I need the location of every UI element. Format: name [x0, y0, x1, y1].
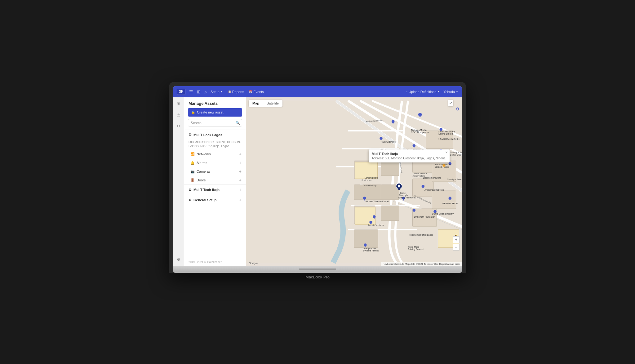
- sidebar-item-doors[interactable]: 🚪 Doors +: [184, 176, 246, 184]
- svg-text:Crave: Crave: [400, 192, 406, 194]
- svg-text:NEXT Newspapers: NEXT Newspapers: [411, 131, 429, 134]
- search-input-icon: 🔍: [236, 121, 240, 125]
- svg-text:Amoula Ventures: Amoula Ventures: [368, 224, 384, 226]
- topbar: GK ☰ ⊞ ⌕ Setup ▼ 📋 Reports 📅 Events: [173, 86, 462, 97]
- fullscreen-button[interactable]: ⤢: [448, 100, 453, 106]
- svg-rect-25: [432, 191, 456, 209]
- svg-rect-14: [354, 184, 381, 199]
- svg-text:Lorache Consulting: Lorache Consulting: [423, 177, 441, 179]
- camera-icon: 📷: [190, 170, 195, 174]
- expand-icon-3[interactable]: +: [239, 198, 242, 202]
- svg-text:Lantern Books: Lantern Books: [365, 177, 378, 179]
- laptop-label: MacBook Pro: [305, 275, 330, 282]
- svg-text:Anxin Industrial Tech: Anxin Industrial Tech: [424, 189, 444, 191]
- search-icon[interactable]: ⌕: [204, 89, 207, 94]
- svg-text:Porsche Workshop Lagos: Porsche Workshop Lagos: [409, 234, 433, 236]
- alarm-icon: 🔔: [190, 161, 195, 165]
- svg-text:(CHIMS Limited): (CHIMS Limited): [438, 133, 454, 135]
- map-tabs: Map Satellite: [249, 100, 282, 107]
- map-zoom-controls: + −: [453, 236, 460, 251]
- gear-icon-2: ⚙: [189, 188, 192, 192]
- svg-text:Beloxxi Industries: Beloxxi Industries: [435, 163, 452, 165]
- map-popup: ✕ Mul T Tech Ikeja Address: 58B Morison …: [369, 149, 450, 162]
- events-nav[interactable]: 📅 Events: [249, 90, 264, 94]
- svg-rect-19: [381, 206, 399, 220]
- add-network-icon[interactable]: +: [239, 152, 242, 157]
- sidebar-item-alarms[interactable]: 🔔 Alarms +: [184, 158, 246, 167]
- door-icon: 🚪: [190, 178, 195, 182]
- rail-location-icon[interactable]: ◎: [175, 112, 182, 118]
- svg-text:Systems Perkins: Systems Perkins: [363, 250, 379, 252]
- svg-text:Printing Concept: Printing Concept: [408, 248, 424, 251]
- popup-close-button[interactable]: ✕: [445, 151, 448, 154]
- icon-rail: ⊞ ◎ ↻ ⚙: [173, 97, 184, 266]
- sidebar: Manage Assets 🔒 Create new asset 🔍 ⚙ Mul…: [184, 97, 246, 266]
- expand-icon-2[interactable]: +: [239, 187, 242, 192]
- gear-icon-3: ⚙: [189, 198, 192, 202]
- sidebar-title: Manage Assets: [184, 97, 246, 108]
- map-gear-icon[interactable]: ⚙: [456, 107, 460, 111]
- zoom-in-button[interactable]: +: [453, 236, 460, 243]
- section-mul-t-lock-lagos: ⚙ Mul T Lock Lagos − 58B MORISON CRESCEN…: [184, 130, 246, 185]
- svg-text:Classique Event Place: Classique Event Place: [447, 178, 462, 181]
- collapse-icon[interactable]: −: [239, 132, 242, 137]
- section-general-setup: ⚙ General Setup +: [184, 195, 246, 205]
- svg-text:Energy Resources: Energy Resources: [398, 197, 416, 199]
- create-asset-button[interactable]: 🔒 Create new asset: [188, 108, 242, 117]
- google-logo: Google: [249, 262, 258, 265]
- upload-definitions[interactable]: ↑ Upload Definitions ▼: [406, 90, 440, 94]
- map-footer: Keyboard shortcuts Map data ©2021 Terms …: [381, 262, 462, 266]
- section-header-mul-t-tech[interactable]: ⚙ Mul T Tech Ikeja +: [184, 185, 246, 195]
- user-menu[interactable]: Yehuda ▼: [443, 90, 458, 94]
- search-container: 🔍: [188, 119, 242, 127]
- svg-text:Track And Power: Track And Power: [380, 141, 397, 143]
- section-mul-t-tech-ikeja: ⚙ Mul T Tech Ikeja +: [184, 184, 246, 195]
- svg-text:Simba Group: Simba Group: [364, 184, 376, 187]
- gear-icon: ⚙: [189, 133, 192, 137]
- reports-nav[interactable]: 📋 Reports: [228, 90, 244, 94]
- popup-title: Mul T Tech Ikeja: [372, 152, 446, 156]
- map-svg: Kudirat Abiola Way Industrial Estate Rd …: [246, 97, 462, 266]
- rail-refresh-icon[interactable]: ↻: [175, 123, 182, 130]
- add-door-icon[interactable]: +: [239, 178, 242, 183]
- lock-icon: 🔒: [191, 110, 195, 114]
- map-area: Map Satellite ⤢ ⚙: [246, 97, 462, 266]
- svg-text:Timbuktu Media -: Timbuktu Media -: [411, 129, 427, 131]
- search-input[interactable]: [188, 119, 242, 127]
- setup-nav[interactable]: Setup ▼: [211, 90, 223, 94]
- svg-point-63: [398, 185, 400, 187]
- sidebar-item-cameras[interactable]: 📷 Cameras +: [184, 167, 246, 176]
- tab-map[interactable]: Map: [249, 100, 263, 107]
- sidebar-footer: 2019 - 2021 © Gatekeeper: [184, 258, 246, 266]
- section-header-general-setup[interactable]: ⚙ General Setup +: [184, 195, 246, 205]
- add-camera-icon[interactable]: +: [239, 169, 242, 174]
- svg-text:Crown Healthcare: Crown Healthcare: [438, 130, 455, 132]
- svg-text:GBENGA TECH: GBENGA TECH: [442, 202, 458, 204]
- svg-text:Living faith Foundation: Living faith Foundation: [414, 216, 435, 218]
- grid-icon[interactable]: ⊞: [197, 89, 201, 94]
- section-header-mul-t-lock[interactable]: ⚙ Mul T Lock Lagos −: [184, 130, 246, 140]
- network-icon: 📶: [190, 152, 195, 156]
- topbar-right: ↑ Upload Definitions ▼ Yehuda ▼: [406, 90, 458, 94]
- svg-rect-17: [381, 161, 399, 175]
- popup-address: Address: 58B Morison Crescent, Ikeja, La…: [372, 157, 446, 160]
- rail-settings-icon[interactable]: ⚙: [175, 256, 182, 263]
- svg-text:Limited - Lagos: Limited - Lagos: [435, 166, 450, 168]
- tab-satellite[interactable]: Satellite: [263, 100, 282, 107]
- svg-text:Danko Binding Industry: Danko Binding Industry: [432, 213, 454, 215]
- top-nav: Setup ▼ 📋 Reports 📅 Events: [211, 90, 402, 94]
- svg-rect-26: [355, 162, 378, 179]
- section-address: 58B MORISON CRESCENT, OREGUN, LAGOS, NIG…: [184, 140, 246, 150]
- svg-text:Center Oregun Ikeja: Center Oregun Ikeja: [450, 153, 462, 156]
- svg-text:K And G Events Centre: K And G Events Centre: [438, 138, 460, 140]
- zoom-out-button[interactable]: −: [453, 244, 460, 251]
- sidebar-item-networks[interactable]: 📶 Networks +: [184, 150, 246, 158]
- app-logo: GK: [177, 89, 185, 95]
- svg-text:Book store: Book store: [362, 179, 372, 181]
- menu-icon[interactable]: ☰: [189, 89, 193, 94]
- svg-text:Winners' Satellite Chapel: Winners' Satellite Chapel: [366, 200, 389, 202]
- add-alarm-icon[interactable]: +: [239, 160, 242, 165]
- rail-expand-icon[interactable]: ⊞: [175, 100, 182, 107]
